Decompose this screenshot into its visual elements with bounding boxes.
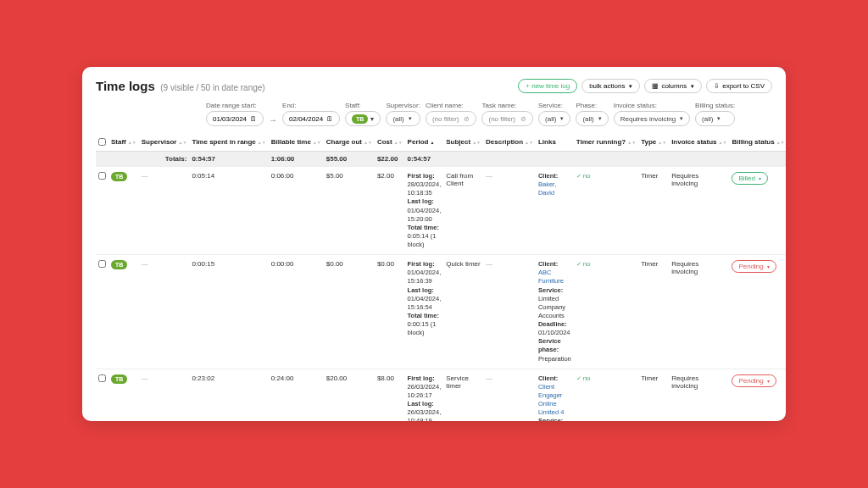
date-start-input[interactable]: 01/03/2024🗓 — [206, 111, 264, 126]
select-all-checkbox[interactable] — [98, 138, 106, 146]
bulk-actions-button[interactable]: bulk actions — [581, 79, 640, 93]
time-spent-cell: 0:23:02 — [189, 369, 268, 421]
timer-running-cell: no — [576, 172, 591, 180]
time-spent-cell: 0:00:15 — [189, 255, 268, 369]
header: Time logs (9 visible / 50 in date range)… — [96, 79, 772, 93]
staff-badge: TB — [111, 374, 127, 384]
billing-filter: Billing status: (all) — [695, 102, 735, 126]
client-link[interactable]: ABC Furniture — [538, 269, 564, 285]
col-timespent[interactable]: Time spent in range▲▼ — [189, 135, 268, 152]
phase-dropdown[interactable]: (all) — [576, 111, 608, 126]
col-period[interactable]: Period▲ — [405, 135, 444, 152]
col-description[interactable]: Description▲▼ — [483, 135, 536, 152]
type-cell: Timer — [638, 167, 669, 255]
time-spent-cell: 0:05:14 — [189, 167, 268, 255]
charge-cell: $20.00 — [324, 369, 375, 421]
header-row: Staff▲▼ Supervisor▲▼ Time spent in range… — [96, 135, 786, 152]
date-end-input[interactable]: 02/04/2024🗓 — [282, 111, 340, 126]
app-window: Time logs (9 visible / 50 in date range)… — [82, 67, 786, 421]
supervisor-dropdown[interactable]: (all) — [386, 111, 420, 126]
invoice-cell: Requires invoicing — [669, 167, 729, 255]
row-checkbox[interactable] — [98, 260, 106, 268]
billing-status-badge[interactable]: Pending — [732, 260, 776, 273]
header-buttons: + new time log bulk actions ▦columns ⇩ex… — [518, 79, 772, 93]
staff-badge: TB — [352, 114, 368, 124]
subject-cell: Call from Client — [443, 167, 483, 255]
new-time-log-button[interactable]: + new time log — [518, 79, 577, 93]
supervisor-cell: — — [142, 172, 148, 180]
invoice-cell: Requires invoicing — [669, 369, 729, 421]
billing-status-badge[interactable]: Pending — [732, 374, 776, 387]
supervisor-filter: Supervisor: (all) — [386, 102, 420, 126]
columns-button[interactable]: ▦columns — [644, 79, 702, 93]
links-cell: Client: Baker, David — [536, 167, 574, 255]
subject-cell: Quick timer — [443, 255, 483, 369]
billable-cell: 0:00:00 — [269, 255, 324, 369]
invoice-filter: Invoice status: Requires invoicing — [614, 102, 690, 126]
invoice-dropdown[interactable]: Requires invoicing — [614, 111, 690, 126]
staff-dropdown[interactable]: TB▾ — [345, 111, 381, 126]
description-cell: — — [486, 374, 492, 382]
client-filter: Client name: (no filter)⊘ — [426, 102, 477, 126]
time-logs-table: Staff▲▼ Supervisor▲▼ Time spent in range… — [96, 135, 786, 421]
period-cell: First log: 26/03/2024, 10:26:17 Last log… — [405, 369, 444, 421]
export-csv-button[interactable]: ⇩export to CSV — [706, 79, 772, 93]
billable-cell: 0:06:00 — [269, 167, 324, 255]
client-link[interactable]: Baker, David — [538, 180, 556, 197]
row-checkbox[interactable] — [98, 374, 106, 382]
links-cell: Client: Client Engager Online Limited 4S… — [536, 369, 574, 421]
totals-row: Totals: 0:54:57 1:06:00 $55.00 $22.00 0:… — [96, 152, 786, 167]
page-subtitle: (9 visible / 50 in date range) — [160, 83, 264, 92]
clear-icon[interactable]: ⊘ — [520, 115, 526, 123]
description-cell: — — [486, 260, 492, 268]
type-cell: Timer — [638, 369, 669, 421]
col-timer[interactable]: Timer running?▲▼ — [574, 135, 638, 152]
cost-cell: $0.00 — [375, 255, 405, 369]
clear-icon[interactable]: ⊘ — [464, 115, 470, 123]
arrow-icon: → — [269, 115, 277, 126]
timer-running-cell: no — [576, 260, 591, 268]
date-start-group: Date range start: 01/03/2024🗓 — [206, 102, 264, 126]
charge-cell: $0.00 — [324, 255, 375, 369]
billing-status-badge[interactable]: Billed — [732, 172, 768, 185]
col-type[interactable]: Type▲▼ — [638, 135, 669, 152]
row-checkbox[interactable] — [98, 172, 106, 180]
date-start-label: Date range start: — [206, 102, 264, 109]
col-subject[interactable]: Subject▲▼ — [443, 135, 483, 152]
export-icon: ⇩ — [714, 82, 720, 90]
supervisor-cell: — — [142, 260, 148, 268]
client-link[interactable]: Client Engager Online Limited 4 — [538, 383, 564, 416]
col-charge[interactable]: Charge out▲▼ — [324, 135, 375, 152]
links-cell: Client: ABC FurnitureService: Limited Co… — [536, 255, 574, 369]
col-cost[interactable]: Cost▲▼ — [375, 135, 405, 152]
service-dropdown[interactable]: (all) — [538, 111, 570, 126]
subject-cell: Service timer — [443, 369, 483, 421]
col-billing[interactable]: Billing status▲▼ — [729, 135, 786, 152]
invoice-cell: Requires invoicing — [669, 255, 729, 369]
title-block: Time logs (9 visible / 50 in date range) — [96, 79, 265, 93]
task-input[interactable]: (no filter)⊘ — [481, 111, 533, 126]
staff-badge: TB — [111, 260, 127, 269]
billing-dropdown[interactable]: (all) — [695, 111, 735, 126]
calendar-icon: 🗓 — [326, 115, 333, 123]
filter-row: Date range start: 01/03/2024🗓 → End: 02/… — [206, 102, 772, 126]
period-cell: First log: 01/04/2024, 15:16:39 Last log… — [405, 255, 444, 369]
task-filter: Task name: (no filter)⊘ — [481, 102, 533, 126]
calendar-icon: 🗓 — [250, 115, 257, 123]
description-cell: — — [486, 172, 492, 180]
date-end-label: End: — [282, 102, 340, 109]
col-links: Links — [536, 135, 574, 152]
col-supervisor[interactable]: Supervisor▲▼ — [139, 135, 190, 152]
table-row: TB — 0:05:14 0:06:00 $5.00 $2.00 First l… — [96, 167, 786, 255]
staff-badge: TB — [111, 172, 127, 181]
col-invoice[interactable]: Invoice status▲▼ — [669, 135, 729, 152]
billable-cell: 0:24:00 — [269, 369, 324, 421]
timer-running-cell: no — [576, 374, 591, 382]
type-cell: Timer — [638, 255, 669, 369]
cost-cell: $2.00 — [375, 167, 405, 255]
client-input[interactable]: (no filter)⊘ — [426, 111, 477, 126]
table-row: TB — 0:23:02 0:24:00 $20.00 $8.00 First … — [96, 369, 786, 421]
page-title: Time logs — [96, 79, 155, 93]
col-billable[interactable]: Billable time▲▼ — [269, 135, 324, 152]
col-staff[interactable]: Staff▲▼ — [108, 135, 139, 152]
